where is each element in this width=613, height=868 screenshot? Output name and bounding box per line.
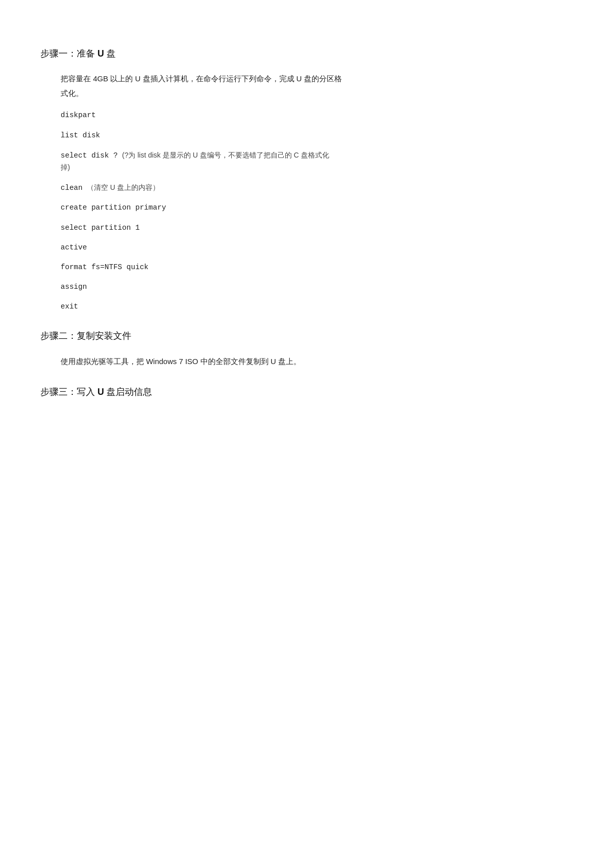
step1-title-prefix: 步骤一：准备 xyxy=(40,48,95,59)
step3-title-suffix: 盘启动信息 xyxy=(107,387,152,397)
step2-title-text: 步骤二：复制安装文件 xyxy=(40,331,131,341)
cmd-select-disk-note2: 掉) xyxy=(61,163,70,171)
cmd-exit: exit xyxy=(61,301,573,313)
step2-description: 使用虚拟光驱等工具，把 Windows 7 ISO 中的全部文件复制到 U 盘上… xyxy=(61,354,573,369)
cmd-list-disk: list disk xyxy=(61,130,573,141)
cmd-select-disk-note: (?为 list disk 是显示的 U 盘编号，不要选错了把自己的 C 盘格式… xyxy=(122,151,329,159)
step2-section: 步骤二：复制安装文件 使用虚拟光驱等工具，把 Windows 7 ISO 中的全… xyxy=(40,328,573,369)
step3-title-bold: U xyxy=(97,387,104,397)
cmd-select-partition: select partition 1 xyxy=(61,222,573,234)
step3-title-prefix: 步骤三：写入 xyxy=(40,387,95,397)
cmd-select-disk: select disk ? (?为 list disk 是显示的 U 盘编号，不… xyxy=(61,149,573,174)
cmd-create-partition: create partition primary xyxy=(61,202,573,214)
step1-title: 步骤一：准备 U 盘 xyxy=(40,45,573,62)
cmd-diskpart: diskpart xyxy=(61,110,573,121)
cmd-clean: clean （清空 U 盘上的内容） xyxy=(61,182,573,194)
command-block: diskpart list disk select disk ? (?为 lis… xyxy=(61,110,573,313)
step1-desc-line2: 式化。 xyxy=(61,89,83,97)
step1-description: 把容量在 4GB 以上的 U 盘插入计算机，在命令行运行下列命令，完成 U 盘的… xyxy=(61,72,573,100)
step1-title-suffix: 盘 xyxy=(107,48,116,59)
step1-desc-line1: 把容量在 4GB 以上的 U 盘插入计算机，在命令行运行下列命令，完成 U 盘的… xyxy=(61,74,342,83)
cmd-active: active xyxy=(61,242,573,253)
step3-section: 步骤三：写入 U 盘启动信息 xyxy=(40,384,573,400)
cmd-clean-note: （清空 U 盘上的内容） xyxy=(87,183,160,191)
step1-title-bold: U xyxy=(97,48,104,59)
step3-title: 步骤三：写入 U 盘启动信息 xyxy=(40,384,573,400)
step1-section: 步骤一：准备 U 盘 把容量在 4GB 以上的 U 盘插入计算机，在命令行运行下… xyxy=(40,45,573,313)
step2-title: 步骤二：复制安装文件 xyxy=(40,328,573,344)
step2-desc-text: 使用虚拟光驱等工具，把 Windows 7 ISO 中的全部文件复制到 U 盘上… xyxy=(61,357,301,366)
cmd-format: format fs=NTFS quick xyxy=(61,262,573,273)
cmd-assign: assign xyxy=(61,281,573,293)
